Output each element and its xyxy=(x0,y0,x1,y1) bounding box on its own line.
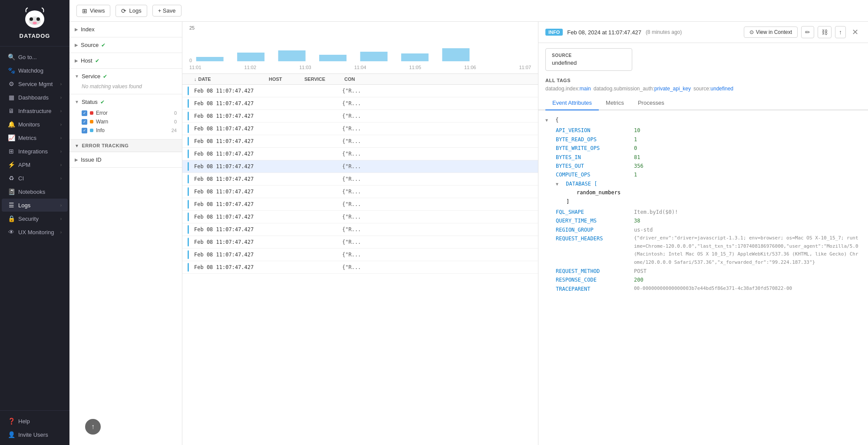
filter-status-warn[interactable]: Warn 0 xyxy=(82,117,177,126)
close-button[interactable]: ✕ xyxy=(849,27,861,38)
log-row[interactable]: Feb 08 11:07:47.427 {"R... xyxy=(182,148,538,160)
col-content-header: CON xyxy=(344,76,533,82)
check-icon: ✔ xyxy=(103,73,107,80)
log-row[interactable]: Feb 08 11:07:47.427 {"R... xyxy=(182,211,538,223)
filter-issue-id-header[interactable]: ▶ Issue ID xyxy=(75,156,177,164)
filter-service: ▼ Service ✔ No matching values found xyxy=(69,69,182,94)
filter-index-header[interactable]: ▶ Index xyxy=(75,25,177,33)
tab-processes[interactable]: Processes xyxy=(631,96,671,110)
security-icon: 🔒 xyxy=(8,215,15,222)
monitors-icon: 🔔 xyxy=(8,121,15,128)
log-row[interactable]: Feb 08 11:07:47.427 {"R... xyxy=(182,97,538,110)
chevron-right-icon: › xyxy=(60,176,62,181)
sidebar-item-notebooks[interactable]: 📓 Notebooks xyxy=(2,185,68,198)
view-in-context-button[interactable]: ⊙ View in Context xyxy=(744,27,798,38)
sidebar-item-apm[interactable]: ⚡ APM › xyxy=(2,158,68,171)
log-row[interactable]: Feb 08 11:07:47.427 {"R... xyxy=(182,85,538,97)
filter-host-header[interactable]: ▶ Host ✔ xyxy=(75,56,177,65)
json-row-fql-shape: FQL_SHAPE Item.byId($0)! xyxy=(556,208,861,216)
svg-point-5 xyxy=(36,17,40,21)
svg-rect-7 xyxy=(196,57,224,61)
views-button[interactable]: ⊞ Views xyxy=(76,5,110,17)
filter-service-header[interactable]: ▼ Service ✔ xyxy=(75,72,177,80)
edit-button[interactable]: ✏ xyxy=(801,26,814,38)
apm-icon: ⚡ xyxy=(8,161,15,168)
log-row[interactable]: Feb 08 11:07:47.427 {"R... xyxy=(182,110,538,123)
col-date-header[interactable]: ↓ DATE xyxy=(194,76,264,82)
sidebar-item-invite-users[interactable]: 👤 Invite Users xyxy=(2,428,68,441)
log-level-indicator xyxy=(188,187,189,196)
log-row[interactable]: Feb 08 11:07:47.427 {"R... xyxy=(182,223,538,236)
svg-point-1 xyxy=(28,13,33,17)
sidebar-item-monitors[interactable]: 🔔 Monitors › xyxy=(2,118,68,131)
col-host-header: HOST xyxy=(269,76,299,82)
log-row[interactable]: Feb 08 11:07:47.427 {"R... xyxy=(182,160,538,173)
sidebar-item-infrastructure[interactable]: 🖥 Infrastructure › xyxy=(2,104,68,117)
link-button[interactable]: ⛓ xyxy=(818,26,832,38)
chevron-down-icon: ▼ xyxy=(75,74,79,79)
sidebar-item-watchdog[interactable]: 🐾 Watchdog xyxy=(2,64,68,77)
sidebar-item-integrations[interactable]: ⊞ Integrations › xyxy=(2,145,68,158)
detail-panel: INFO Feb 08, 2024 at 11:07:47.427 (8 min… xyxy=(538,22,868,445)
sidebar-item-goto[interactable]: 🔍 Go to... xyxy=(2,50,68,63)
collapse-btn[interactable]: ▼ xyxy=(556,180,561,188)
help-icon: ❓ xyxy=(8,418,15,425)
infra-icon: 🖥 xyxy=(8,107,15,114)
logs-button[interactable]: ⟳ Logs xyxy=(116,5,147,17)
all-tags-label: ALL TAGS xyxy=(545,78,861,83)
log-row[interactable]: Feb 08 11:07:47.427 {"R... xyxy=(182,135,538,148)
chevron-right-icon: › xyxy=(60,203,62,208)
chevron-right-icon: ▶ xyxy=(75,27,78,32)
filter-status: ▼ Status ✔ Error 0 Warn 0 xyxy=(69,94,182,139)
sidebar-item-logs[interactable]: ☰ Logs › xyxy=(2,199,68,212)
tab-event-attributes[interactable]: Event Attributes xyxy=(545,96,599,110)
filter-status-info[interactable]: Info 24 xyxy=(82,126,177,135)
tab-metrics[interactable]: Metrics xyxy=(599,96,631,110)
log-row[interactable]: Feb 08 11:07:47.427 {"R... xyxy=(182,198,538,211)
error-checkbox[interactable] xyxy=(82,110,87,116)
sidebar-item-ci[interactable]: ♻ CI › xyxy=(2,172,68,185)
sidebar-item-ux-monitoring[interactable]: 👁 UX Monitoring › xyxy=(2,226,68,239)
log-row[interactable]: Feb 08 11:07:47.427 {"R... xyxy=(182,261,538,274)
share-button[interactable]: ↑ xyxy=(835,26,846,38)
chevron-right-icon: › xyxy=(60,136,62,140)
log-row[interactable]: Feb 08 11:07:47.427 {"R... xyxy=(182,123,538,135)
filter-source-header[interactable]: ▶ Source ✔ xyxy=(75,41,177,49)
error-tracking-section[interactable]: ▼ ERROR TRACKING xyxy=(69,139,182,152)
log-table-header: ↓ DATE HOST SERVICE CON xyxy=(182,74,538,85)
chevron-right-icon: ▶ xyxy=(75,157,78,162)
filter-status-header[interactable]: ▼ Status ✔ xyxy=(75,98,177,106)
sidebar-nav: 🔍 Go to... 🐾 Watchdog ⚙ Service Mgmt › ▦… xyxy=(0,46,69,410)
log-row[interactable]: Feb 08 11:07:47.427 {"R... xyxy=(182,173,538,186)
tag-item: datadog.submission_auth:private_api_key xyxy=(594,86,691,92)
ci-icon: ♻ xyxy=(8,175,15,182)
sidebar-item-metrics[interactable]: 📈 Metrics › xyxy=(2,131,68,144)
dashboards-icon: ▦ xyxy=(8,94,15,101)
sidebar-item-service-mgmt[interactable]: ⚙ Service Mgmt › xyxy=(2,77,68,90)
filter-status-body: Error 0 Warn 0 Info 24 xyxy=(75,106,177,136)
error-dot xyxy=(90,111,93,115)
info-checkbox[interactable] xyxy=(82,128,87,133)
save-button[interactable]: + Save xyxy=(152,5,182,17)
check-icon: ✔ xyxy=(100,99,105,105)
json-row-bytes-out: BYTES_OUT 356 xyxy=(556,162,861,170)
scroll-up-button[interactable]: ↑ xyxy=(85,419,101,435)
chevron-right-icon: › xyxy=(60,216,62,221)
main-content: ⊞ Views ⟳ Logs + Save ▶ Index ▶ xyxy=(69,0,868,445)
sidebar-item-dashboards[interactable]: ▦ Dashboards › xyxy=(2,91,68,104)
detail-ago: (8 minutes ago) xyxy=(646,29,682,35)
collapse-btn[interactable]: ▼ xyxy=(545,116,551,124)
sidebar-item-security[interactable]: 🔒 Security › xyxy=(2,212,68,225)
warn-checkbox[interactable] xyxy=(82,119,87,125)
json-row-database: ▼ DATABASE [ xyxy=(556,179,861,188)
log-row[interactable]: Feb 08 11:07:47.427 {"R... xyxy=(182,186,538,198)
chevron-right-icon: › xyxy=(60,230,62,235)
log-row[interactable]: Feb 08 11:07:47.427 {"R... xyxy=(182,236,538,249)
filter-status-error[interactable]: Error 0 xyxy=(82,109,177,117)
svg-rect-10 xyxy=(319,55,347,61)
sidebar-item-help[interactable]: ❓ Help xyxy=(2,415,68,428)
chevron-right-icon: › xyxy=(60,95,62,100)
svg-point-6 xyxy=(33,22,37,24)
log-row[interactable]: Feb 08 11:07:47.427 {"R... xyxy=(182,249,538,261)
json-row-byte-write-ops: BYTE_WRITE_OPS 0 xyxy=(556,144,861,153)
